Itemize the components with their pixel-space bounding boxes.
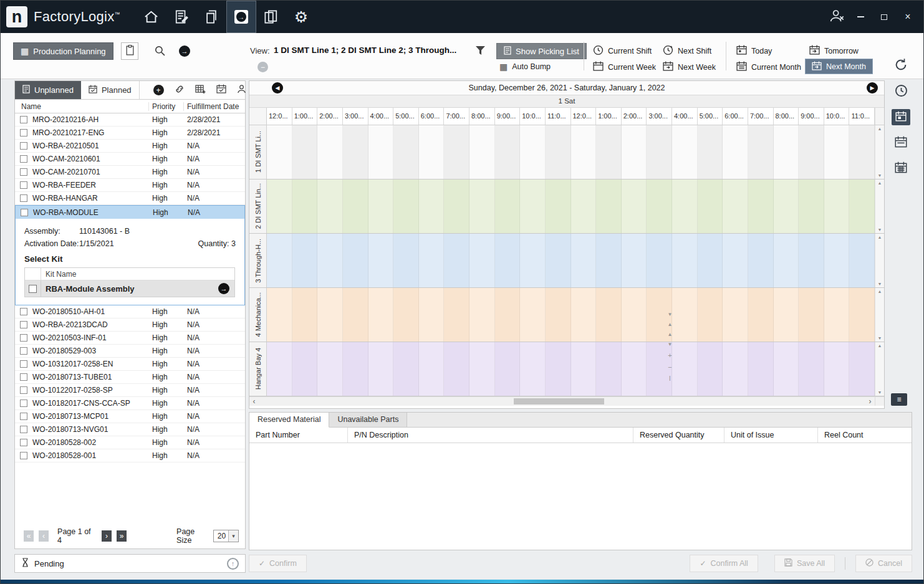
schedule-slot[interactable] bbox=[368, 180, 394, 233]
row-checkbox[interactable] bbox=[20, 413, 27, 420]
row-scroll-up-icon[interactable]: ▲ bbox=[878, 343, 882, 348]
schedule-slot[interactable] bbox=[292, 125, 318, 179]
confirm-button[interactable]: ✓ Confirm bbox=[249, 555, 307, 572]
row-checkbox[interactable] bbox=[20, 129, 27, 136]
h-scroll-thumb[interactable] bbox=[514, 398, 604, 404]
schedule-slot[interactable] bbox=[292, 234, 318, 287]
schedule-slot[interactable] bbox=[571, 180, 597, 233]
schedule-slot[interactable] bbox=[419, 342, 445, 396]
row-checkbox[interactable] bbox=[20, 155, 27, 163]
expand-down-icon[interactable]: ▼ bbox=[668, 342, 673, 347]
tomorrow-button[interactable]: Tomorrow bbox=[809, 45, 859, 57]
schedule-slot[interactable] bbox=[698, 180, 723, 233]
schedule-slot[interactable] bbox=[596, 342, 622, 396]
work-order-row-selected[interactable]: WO-RBA-MODULE High N/A bbox=[16, 206, 244, 219]
go-to-button[interactable]: → bbox=[179, 45, 190, 57]
schedule-slot[interactable] bbox=[469, 288, 495, 342]
schedule-slot[interactable] bbox=[723, 342, 748, 396]
row-checkbox[interactable] bbox=[20, 321, 27, 328]
schedule-slot[interactable] bbox=[596, 125, 622, 179]
next-shift-button[interactable]: Next Shift bbox=[663, 45, 711, 57]
cursor-tool-icon[interactable]: I bbox=[669, 376, 671, 382]
schedule-slot[interactable] bbox=[774, 342, 799, 396]
tab-unplanned[interactable]: Unplanned bbox=[15, 81, 81, 99]
column-header-name[interactable]: Name bbox=[15, 102, 149, 111]
day-view-button[interactable] bbox=[892, 109, 910, 125]
schedule-slot[interactable] bbox=[419, 234, 445, 287]
production-planning-button[interactable]: ▦ Production Planning bbox=[13, 42, 113, 60]
schedule-slot[interactable] bbox=[317, 342, 343, 396]
row-checkbox[interactable] bbox=[20, 334, 27, 342]
schedule-slot[interactable] bbox=[546, 288, 571, 342]
row-checkbox[interactable] bbox=[21, 209, 28, 216]
schedule-slot[interactable] bbox=[267, 234, 292, 287]
column-header-priority[interactable]: Priority bbox=[149, 102, 184, 111]
kit-go-button[interactable]: → bbox=[218, 283, 229, 294]
row-checkbox[interactable] bbox=[20, 116, 27, 123]
row-checkbox[interactable] bbox=[20, 181, 27, 189]
schedule-slot[interactable] bbox=[748, 234, 774, 287]
current-week-button[interactable]: Current Week bbox=[593, 61, 656, 73]
schedule-slot[interactable] bbox=[368, 342, 394, 396]
schedule-slot[interactable] bbox=[824, 234, 850, 287]
schedule-slot[interactable] bbox=[495, 125, 521, 179]
assign-user-button[interactable] bbox=[237, 84, 246, 96]
work-order-row[interactable]: WO-10122017-0258-SPHighN/A bbox=[15, 384, 245, 397]
schedule-slot[interactable] bbox=[571, 125, 597, 179]
bottom-panel-toggle-button[interactable]: ≡ bbox=[891, 393, 907, 406]
schedule-slot[interactable] bbox=[596, 180, 622, 233]
page-size-select[interactable]: 20 ▾ bbox=[213, 530, 239, 542]
last-page-button[interactable]: » bbox=[117, 530, 127, 542]
schedule-slot[interactable] bbox=[571, 234, 597, 287]
schedule-slot[interactable] bbox=[672, 234, 698, 287]
h-scroll-track[interactable] bbox=[259, 397, 865, 406]
schedule-slot[interactable] bbox=[546, 234, 571, 287]
schedule-slot[interactable] bbox=[469, 180, 495, 233]
schedule-slot[interactable] bbox=[546, 342, 571, 396]
schedule-slot[interactable] bbox=[267, 180, 292, 233]
schedule-slot[interactable] bbox=[774, 125, 799, 179]
schedule-slot[interactable] bbox=[317, 288, 343, 342]
work-order-row[interactable]: MRO-20210217-ENGHigh2/28/2021 bbox=[15, 127, 245, 140]
schedule-slot[interactable] bbox=[469, 125, 495, 179]
scroll-down-icon[interactable]: ▼ bbox=[668, 312, 673, 317]
nav-documents-button[interactable] bbox=[196, 1, 226, 33]
schedule-slot[interactable] bbox=[672, 342, 698, 396]
previous-range-button[interactable]: ◀ bbox=[272, 82, 283, 93]
show-picking-list-button[interactable]: Show Picking List bbox=[496, 43, 587, 59]
row-scroll-up-icon[interactable]: ▲ bbox=[878, 127, 882, 131]
work-order-row[interactable]: WO-20210503-INF-01HighN/A bbox=[15, 332, 245, 345]
nav-settings-button[interactable]: ⚙ bbox=[286, 1, 316, 33]
work-order-row[interactable]: WO-20180528-002HighN/A bbox=[15, 436, 245, 449]
schedule-slot[interactable] bbox=[419, 288, 445, 342]
current-shift-button[interactable]: Current Shift bbox=[593, 45, 652, 57]
schedule-slot[interactable] bbox=[748, 125, 774, 179]
row-scroll-up-icon[interactable]: ▲ bbox=[878, 235, 882, 239]
work-order-row[interactable]: WO-CAM-20210701HighN/A bbox=[15, 166, 245, 179]
column-header[interactable]: P/N Description bbox=[348, 428, 633, 443]
schedule-slot[interactable] bbox=[393, 125, 419, 179]
row-checkbox[interactable] bbox=[20, 168, 27, 176]
kit-checkbox[interactable] bbox=[29, 285, 37, 293]
schedule-slot[interactable] bbox=[444, 125, 469, 179]
schedule-slot[interactable] bbox=[723, 234, 748, 287]
schedule-slot[interactable] bbox=[444, 234, 469, 287]
kit-name-column-header[interactable]: Kit Name bbox=[41, 270, 76, 279]
cancel-button[interactable]: Cancel bbox=[855, 555, 912, 572]
first-page-button[interactable]: « bbox=[24, 530, 34, 542]
link-button[interactable] bbox=[175, 84, 185, 97]
schedule-slot[interactable] bbox=[520, 342, 546, 396]
schedule-slot[interactable] bbox=[469, 234, 495, 287]
schedule-slot[interactable] bbox=[748, 288, 774, 342]
schedule-slot[interactable] bbox=[849, 125, 875, 179]
schedule-slot[interactable] bbox=[495, 288, 521, 342]
row-checkbox[interactable] bbox=[20, 386, 27, 394]
schedule-slot[interactable] bbox=[824, 288, 850, 342]
schedule-slot[interactable] bbox=[469, 342, 495, 396]
schedule-slot[interactable] bbox=[596, 234, 622, 287]
clipboard-button[interactable] bbox=[121, 42, 138, 60]
batch-table-button[interactable] bbox=[195, 84, 206, 97]
work-order-row[interactable]: WO-20180528-001HighN/A bbox=[15, 449, 245, 462]
work-order-row[interactable]: MRO-20210216-AHHigh2/28/2021 bbox=[15, 113, 245, 127]
schedule-slot[interactable] bbox=[799, 125, 824, 179]
